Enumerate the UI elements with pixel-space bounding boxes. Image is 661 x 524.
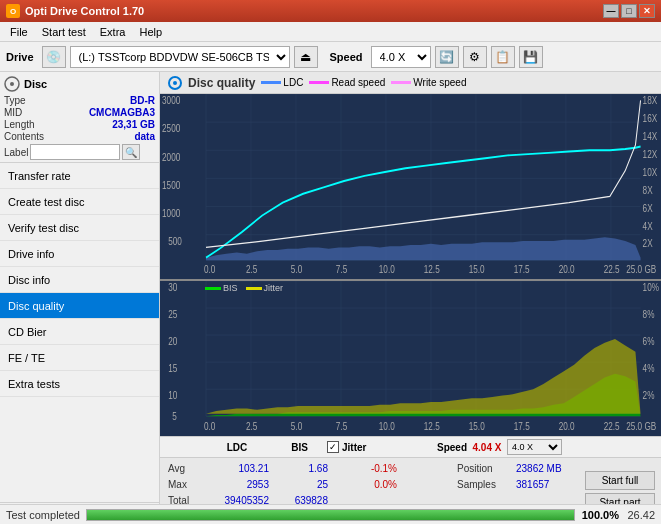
svg-text:17.5: 17.5 xyxy=(514,422,530,433)
legend-jitter: Jitter xyxy=(246,283,284,293)
svg-text:10X: 10X xyxy=(643,167,658,178)
sidebar-item-cd-bier[interactable]: CD Bier xyxy=(0,319,159,345)
svg-text:5.0: 5.0 xyxy=(291,422,302,433)
sidebar-item-create-test-disc[interactable]: Create test disc xyxy=(0,189,159,215)
svg-text:18X: 18X xyxy=(643,95,658,106)
speed-select[interactable]: 4.0 X xyxy=(371,46,431,68)
sidebar-item-label: Disc info xyxy=(8,274,50,286)
main-area: Disc Type BD-R MID CMCMAGBA3 Length 23,3… xyxy=(0,72,661,524)
svg-point-1 xyxy=(10,82,14,86)
svg-text:25.0 GB: 25.0 GB xyxy=(626,422,656,433)
svg-text:3000: 3000 xyxy=(162,95,180,106)
drive-icon: 💿 xyxy=(42,46,66,68)
svg-text:20: 20 xyxy=(168,337,177,348)
disc-type-label: Type xyxy=(4,95,26,106)
svg-text:12X: 12X xyxy=(643,149,658,160)
svg-text:1000: 1000 xyxy=(162,208,180,219)
menu-bar: File Start test Extra Help xyxy=(0,22,661,42)
legend-write-speed-label: Write speed xyxy=(413,77,466,88)
sidebar-item-disc-info[interactable]: Disc info xyxy=(0,267,159,293)
stats-position-row: Position 23862 MB xyxy=(457,460,571,476)
disc-info-table: Type BD-R MID CMCMAGBA3 Length 23,31 GB … xyxy=(4,95,155,160)
charts-container: 3000 2500 2000 1500 1000 500 18X 16X 14X… xyxy=(160,94,661,436)
refresh-button[interactable]: 🔄 xyxy=(435,46,459,68)
menu-file[interactable]: File xyxy=(4,24,34,40)
chart-bottom: BIS Jitter xyxy=(160,279,661,436)
sidebar-item-label: CD Bier xyxy=(8,326,47,338)
stats-avg-bis: 1.68 xyxy=(273,463,328,474)
disc-section: Disc Type BD-R MID CMCMAGBA3 Length 23,3… xyxy=(0,72,159,163)
svg-text:20.0: 20.0 xyxy=(559,422,575,433)
progress-bar-fill xyxy=(87,510,574,520)
svg-text:15: 15 xyxy=(168,364,177,375)
stats-position-value: 23862 MB xyxy=(516,463,562,474)
stats-max-bis: 25 xyxy=(273,479,328,490)
stats-max-label: Max xyxy=(168,479,200,490)
stats-avg-ldc: 103.21 xyxy=(204,463,269,474)
stats-header-jitter: Jitter xyxy=(342,442,366,453)
sidebar-item-drive-info[interactable]: Drive info xyxy=(0,241,159,267)
drive-select[interactable]: (L:) TSSTcorp BDDVDW SE-506CB TS02 xyxy=(70,46,290,68)
svg-text:1500: 1500 xyxy=(162,180,180,191)
disc-icon xyxy=(4,76,20,92)
svg-text:10.0: 10.0 xyxy=(379,264,395,275)
close-button[interactable]: ✕ xyxy=(639,4,655,18)
sidebar-item-fe-te[interactable]: FE / TE xyxy=(0,345,159,371)
settings-button1[interactable]: ⚙ xyxy=(463,46,487,68)
svg-point-3 xyxy=(173,81,177,85)
chart-top-svg: 3000 2500 2000 1500 1000 500 18X 16X 14X… xyxy=(160,94,661,279)
svg-text:4%: 4% xyxy=(643,364,655,375)
sidebar-item-label: Drive info xyxy=(8,248,54,260)
sidebar-item-disc-quality[interactable]: Disc quality xyxy=(0,293,159,319)
stats-samples-value: 381657 xyxy=(516,479,549,490)
legend-jitter-label: Jitter xyxy=(264,283,284,293)
legend-ldc-label: LDC xyxy=(283,77,303,88)
stats-samples-label: Samples xyxy=(457,479,512,490)
svg-text:15.0: 15.0 xyxy=(469,264,485,275)
disc-type-value: BD-R xyxy=(130,95,155,106)
chart-top: 3000 2500 2000 1500 1000 500 18X 16X 14X… xyxy=(160,94,661,279)
svg-text:6%: 6% xyxy=(643,337,655,348)
speed-label: Speed xyxy=(330,51,363,63)
svg-text:25: 25 xyxy=(168,310,177,321)
jitter-checkbox[interactable]: ✓ xyxy=(327,441,339,453)
sidebar-item-extra-tests[interactable]: Extra tests xyxy=(0,371,159,397)
menu-start-test[interactable]: Start test xyxy=(36,24,92,40)
disc-mid-label: MID xyxy=(4,107,22,118)
sidebar-item-transfer-rate[interactable]: Transfer rate xyxy=(0,163,159,189)
disc-mid-value: CMCMAGBA3 xyxy=(89,107,155,118)
sidebar-item-label: Extra tests xyxy=(8,378,60,390)
save-button[interactable]: 💾 xyxy=(519,46,543,68)
svg-text:4X: 4X xyxy=(643,221,653,232)
sidebar-item-label: Create test disc xyxy=(8,196,84,208)
disc-label-btn[interactable]: 🔍 xyxy=(122,144,140,160)
start-full-button[interactable]: Start full xyxy=(585,471,655,490)
disc-quality-icon xyxy=(168,76,182,90)
svg-text:12.5: 12.5 xyxy=(424,264,440,275)
drive-label: Drive xyxy=(6,51,34,63)
menu-help[interactable]: Help xyxy=(133,24,168,40)
disc-length-label: Length xyxy=(4,119,35,130)
svg-text:2.5: 2.5 xyxy=(246,264,257,275)
stats-header-bis: BIS xyxy=(272,442,327,453)
svg-text:10%: 10% xyxy=(643,283,659,294)
maximize-button[interactable]: □ xyxy=(621,4,637,18)
eject-button[interactable]: ⏏ xyxy=(294,46,318,68)
sidebar-item-verify-test-disc[interactable]: Verify test disc xyxy=(0,215,159,241)
svg-text:7.5: 7.5 xyxy=(336,422,347,433)
svg-text:10.0: 10.0 xyxy=(379,422,395,433)
svg-text:10: 10 xyxy=(168,391,177,402)
title-bar: O Opti Drive Control 1.70 — □ ✕ xyxy=(0,0,661,22)
disc-label-input[interactable] xyxy=(30,144,120,160)
legend-bis: BIS xyxy=(205,283,238,293)
stats-speed-select[interactable]: 4.0 X xyxy=(507,439,562,455)
disc-label-key: Label xyxy=(4,147,28,158)
svg-text:2000: 2000 xyxy=(162,152,180,163)
minimize-button[interactable]: — xyxy=(603,4,619,18)
settings-button2[interactable]: 📋 xyxy=(491,46,515,68)
disc-length-value: 23,31 GB xyxy=(112,119,155,130)
svg-text:22.5: 22.5 xyxy=(604,422,620,433)
stats-header-speed-label: Speed xyxy=(407,442,467,453)
menu-extra[interactable]: Extra xyxy=(94,24,132,40)
svg-text:2.5: 2.5 xyxy=(246,422,257,433)
